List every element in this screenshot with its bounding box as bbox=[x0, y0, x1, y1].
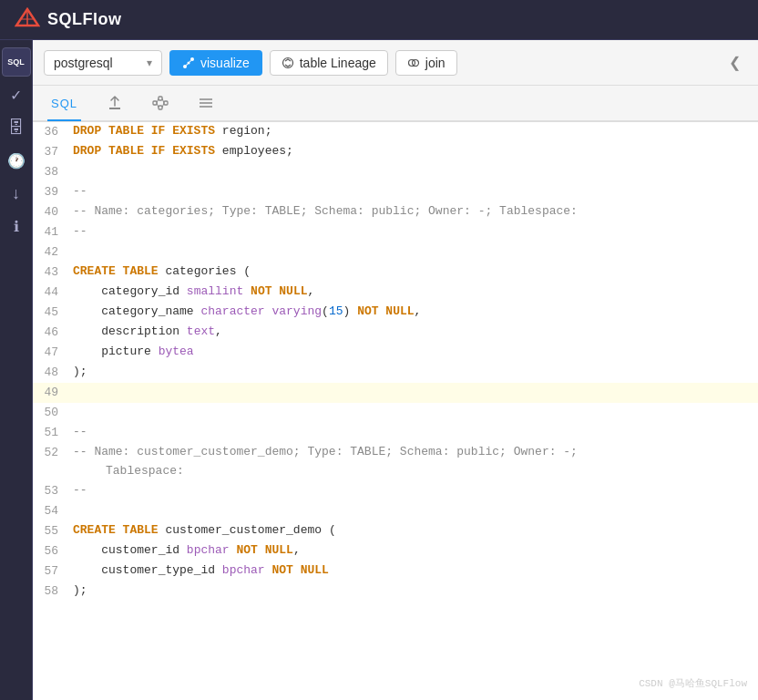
svg-line-7 bbox=[186, 64, 187, 65]
menu-tab-icon bbox=[198, 95, 214, 111]
content-area: postgresql ▾ visualize bbox=[33, 40, 758, 700]
join-label: join bbox=[425, 56, 446, 70]
db-value: postgresql bbox=[54, 56, 113, 70]
line-num-41: 41 bbox=[33, 222, 66, 242]
database-icon: 🗄 bbox=[8, 118, 25, 138]
line-content-36: DROP TABLE IF EXISTS region; bbox=[66, 122, 758, 141]
sidebar-item-info[interactable]: ℹ bbox=[2, 211, 31, 241]
line-content-51: -- bbox=[66, 423, 758, 442]
line-num-40: 40 bbox=[33, 202, 66, 222]
line-num-38: 38 bbox=[33, 162, 66, 182]
sidebar-item-download[interactable]: ↓ bbox=[2, 179, 31, 208]
history-icon: 🕐 bbox=[7, 152, 26, 170]
sidebar-item-history[interactable]: 🕐 bbox=[2, 146, 31, 175]
line-num-45: 45 bbox=[33, 303, 66, 323]
code-line-38: 38 bbox=[33, 162, 758, 182]
line-num-56: 56 bbox=[33, 541, 66, 561]
line-content-48: ); bbox=[66, 363, 758, 382]
line-num-51: 51 bbox=[33, 423, 66, 443]
db-selector[interactable]: postgresql ▾ bbox=[44, 50, 162, 76]
visualize-label: visualize bbox=[200, 56, 250, 70]
line-num-57: 57 bbox=[33, 561, 66, 582]
line-num-39: 39 bbox=[33, 182, 66, 202]
code-line-41: 41 -- bbox=[33, 222, 758, 242]
check-icon: ✓ bbox=[10, 87, 22, 104]
code-editor[interactable]: 36 DROP TABLE IF EXISTS region; 37 DROP … bbox=[33, 122, 758, 700]
chevron-down-icon: ▾ bbox=[147, 57, 152, 69]
svg-line-17 bbox=[157, 103, 159, 108]
line-content-41: -- bbox=[66, 222, 758, 242]
line-num-48: 48 bbox=[33, 363, 66, 383]
line-num-47: 47 bbox=[33, 343, 66, 363]
table-lineage-label: table Lineage bbox=[300, 56, 376, 70]
svg-rect-15 bbox=[164, 101, 168, 105]
sidebar-item-sql-file[interactable]: SQL bbox=[2, 47, 31, 77]
line-content-52: -- Name: customer_customer_demo; Type: T… bbox=[66, 443, 758, 481]
tab-diagram[interactable] bbox=[149, 87, 172, 121]
line-num-50: 50 bbox=[33, 403, 66, 423]
tab-bar: SQL bbox=[33, 86, 758, 122]
logo-area: SQLFlow bbox=[15, 7, 122, 33]
visualize-button[interactable]: visualize bbox=[169, 50, 262, 76]
join-icon bbox=[407, 57, 420, 69]
line-content-37: DROP TABLE IF EXISTS employees; bbox=[66, 142, 758, 161]
line-num-37: 37 bbox=[33, 142, 66, 162]
sql-file-icon: SQL bbox=[7, 57, 25, 67]
toolbar: postgresql ▾ visualize bbox=[33, 40, 758, 86]
table-lineage-button[interactable]: table Lineage bbox=[270, 50, 388, 76]
visualize-icon bbox=[182, 57, 195, 69]
line-num-52: 52 bbox=[33, 443, 66, 463]
tab-upload[interactable] bbox=[103, 87, 127, 121]
code-line-40: 40 -- Name: categories; Type: TABLE; Sch… bbox=[33, 202, 758, 222]
line-content-42 bbox=[66, 242, 758, 262]
svg-point-5 bbox=[190, 57, 194, 61]
code-line-52: 52 -- Name: customer_customer_demo; Type… bbox=[33, 443, 758, 481]
code-line-57: 57 customer_type_id bpchar NOT NULL bbox=[33, 561, 758, 582]
svg-point-4 bbox=[183, 65, 187, 68]
tab-sql[interactable]: SQL bbox=[47, 87, 81, 121]
svg-line-8 bbox=[190, 60, 190, 61]
tab-menu[interactable] bbox=[194, 87, 218, 121]
line-content-56: customer_id bpchar NOT NULL, bbox=[66, 541, 758, 561]
code-line-37: 37 DROP TABLE IF EXISTS employees; bbox=[33, 142, 758, 162]
line-num-42: 42 bbox=[33, 242, 66, 262]
code-line-42: 42 bbox=[33, 242, 758, 262]
svg-line-16 bbox=[157, 98, 159, 103]
line-content-50 bbox=[66, 403, 758, 422]
join-button[interactable]: join bbox=[395, 50, 457, 76]
line-content-44: category_id smallint NOT NULL, bbox=[66, 283, 758, 302]
line-num-36: 36 bbox=[33, 122, 66, 142]
svg-line-18 bbox=[162, 98, 164, 103]
line-content-57: customer_type_id bpchar NOT NULL bbox=[66, 561, 758, 581]
line-content-45: category_name character varying(15) NOT … bbox=[66, 303, 758, 322]
line-content-53: -- bbox=[66, 481, 758, 500]
code-line-48: 48 ); bbox=[33, 363, 758, 383]
watermark: CSDN @马哈鱼SQLFlow bbox=[639, 676, 747, 693]
code-line-56: 56 customer_id bpchar NOT NULL, bbox=[33, 541, 758, 561]
sidebar-item-database[interactable]: 🗄 bbox=[2, 113, 31, 142]
download-icon: ↓ bbox=[12, 184, 20, 203]
line-content-40: -- Name: categories; Type: TABLE; Schema… bbox=[66, 202, 758, 221]
code-line-39: 39 -- bbox=[33, 182, 758, 202]
line-content-47: picture bytea bbox=[66, 343, 758, 362]
info-icon: ℹ bbox=[14, 218, 19, 235]
line-num-55: 55 bbox=[33, 521, 66, 541]
line-num-54: 54 bbox=[33, 501, 66, 521]
code-line-58: 58 ); bbox=[33, 582, 758, 602]
line-content-58: ); bbox=[66, 582, 758, 601]
line-content-55: CREATE TABLE customer_customer_demo ( bbox=[66, 521, 758, 540]
line-content-49 bbox=[66, 383, 758, 402]
line-content-43: CREATE TABLE categories ( bbox=[66, 262, 758, 282]
line-num-49: 49 bbox=[33, 383, 66, 403]
collapse-button[interactable]: ❮ bbox=[722, 50, 747, 76]
code-line-49: 49 bbox=[33, 383, 758, 403]
main-layout: SQL ✓ 🗄 🕐 ↓ ℹ postgresql ▾ bbox=[0, 40, 758, 700]
code-line-44: 44 category_id smallint NOT NULL, bbox=[33, 283, 758, 303]
code-line-47: 47 picture bytea bbox=[33, 343, 758, 363]
code-line-51: 51 -- bbox=[33, 423, 758, 443]
code-line-54: 54 bbox=[33, 501, 758, 521]
line-content-38 bbox=[66, 162, 758, 181]
sidebar-item-check[interactable]: ✓ bbox=[2, 80, 31, 109]
upload-tab-icon bbox=[107, 95, 123, 111]
svg-rect-13 bbox=[159, 97, 162, 100]
